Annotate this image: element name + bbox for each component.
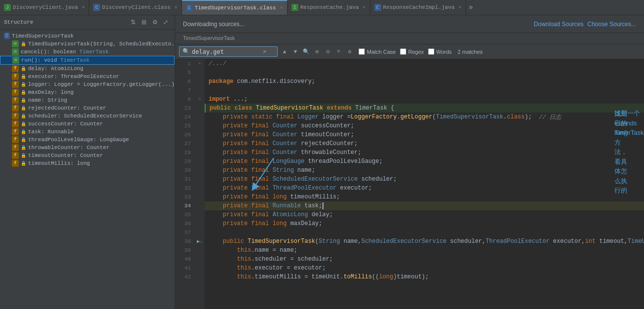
item-text: timeoutCounter: Counter bbox=[28, 153, 103, 158]
field-badge: f bbox=[12, 81, 19, 88]
tab-close[interactable]: × bbox=[459, 5, 462, 10]
code-token: TimedSupervisorTask bbox=[248, 238, 315, 245]
search-clear-button[interactable]: ✕ bbox=[263, 48, 266, 55]
search-options-button[interactable]: ⊟ bbox=[323, 47, 333, 57]
code-token bbox=[209, 185, 223, 192]
tab-overflow-button[interactable]: » bbox=[466, 0, 476, 15]
tab-close[interactable]: × bbox=[280, 5, 283, 11]
lock-icon: 🔒 bbox=[21, 161, 26, 166]
tree-item-threadpoollevelgauge[interactable]: f 🔒 threadPoolLevelGauge: LongGauge bbox=[0, 136, 175, 144]
tree-item-logger[interactable]: f 🔒 logger: Logger = LoggerFactory.getLo… bbox=[0, 80, 175, 88]
code-token bbox=[209, 211, 223, 218]
code-token: Runnable bbox=[273, 202, 301, 209]
tab-label: TimedSupervisorTask.class bbox=[195, 5, 276, 11]
code-token bbox=[209, 176, 223, 183]
code-token: timeoutCounter; bbox=[297, 131, 354, 138]
line-num: 7 bbox=[175, 86, 195, 95]
line-num: 1 bbox=[175, 59, 195, 68]
tree-item-constructor[interactable]: m 🔒 TimedSupervisorTask(String, Schedule… bbox=[0, 40, 175, 48]
download-banner: Downloading sources... Download Sources … bbox=[175, 15, 644, 33]
code-token bbox=[209, 202, 223, 209]
field-badge: f bbox=[12, 113, 19, 119]
code-token: Counter bbox=[273, 149, 297, 156]
tree-item-maxdelay[interactable]: f 🔒 maxDelay: long bbox=[0, 88, 175, 96]
tab-response-cache-java[interactable]: I ResponseCache.java × bbox=[287, 0, 370, 15]
code-token: import bbox=[209, 96, 230, 103]
tree-item-name[interactable]: f 🔒 name: String bbox=[0, 96, 175, 104]
tree-item-timeoutmillis[interactable]: f 🔒 timeoutMillis: long bbox=[0, 159, 175, 167]
regex-option[interactable]: Regex bbox=[400, 48, 424, 55]
download-sources-link[interactable]: Download Sources bbox=[534, 21, 584, 28]
tree-item-run[interactable]: m run(): void TimerTask bbox=[0, 56, 175, 65]
tree-item-throwablecounter[interactable]: f 🔒 throwableCounter: Counter bbox=[0, 144, 175, 152]
code-token bbox=[209, 114, 223, 120]
fold-button[interactable]: + bbox=[195, 95, 205, 104]
tree-item-executor[interactable]: f 🔒 executor: ThreadPoolExecutor bbox=[0, 73, 175, 80]
sort-visibility-button[interactable]: ⊞ bbox=[139, 17, 149, 27]
code-token bbox=[269, 122, 272, 129]
regex-checkbox[interactable] bbox=[400, 48, 406, 55]
match-count: 2 matches bbox=[458, 49, 483, 55]
breadcrumb[interactable]: TimedSupervisorTask bbox=[183, 35, 235, 41]
words-checkbox[interactable] bbox=[428, 48, 434, 55]
field-badge: f bbox=[12, 105, 19, 112]
method-badge: m bbox=[12, 57, 19, 64]
lock-icon: 🔒 bbox=[21, 129, 26, 135]
lock-icon: 🔒 bbox=[21, 121, 26, 127]
code-token: name; bbox=[294, 167, 315, 174]
root-class-badge: C bbox=[4, 33, 10, 39]
tab-discovery-client-class[interactable]: C DiscoveryClient.class × bbox=[89, 0, 182, 15]
code-token: timeoutMillis; bbox=[286, 193, 340, 200]
tab-close[interactable]: × bbox=[363, 5, 366, 10]
code-token: ThreadPoolExecutor bbox=[273, 185, 337, 192]
code-token bbox=[248, 202, 251, 209]
structure-title: Structure bbox=[4, 19, 33, 25]
code-token: logger = bbox=[319, 114, 351, 120]
code-token bbox=[248, 114, 251, 120]
line-num: 5 bbox=[175, 68, 195, 77]
code-editor[interactable]: 1 5 6 7 8 23 24 25 26 27 28 29 30 31 32 … bbox=[175, 59, 644, 309]
search-extra-button[interactable]: ≡ bbox=[334, 47, 344, 57]
tree-item-task[interactable]: f 🔒 task: Runnable bbox=[0, 128, 175, 136]
tab-close[interactable]: × bbox=[175, 5, 178, 10]
tab-close[interactable]: × bbox=[82, 5, 85, 10]
tree-item-scheduler[interactable]: f 🔒 scheduler: ScheduledExecutorService bbox=[0, 112, 175, 120]
code-line: this .name = name; bbox=[205, 246, 644, 255]
settings-button[interactable]: ⚙ bbox=[150, 17, 160, 27]
line-num: 29 bbox=[175, 157, 195, 166]
tree-item-timeoutcounter[interactable]: f 🔒 timeoutCounter: Counter bbox=[0, 152, 175, 159]
item-text: executor: ThreadPoolExecutor bbox=[28, 74, 119, 79]
tree-item-rejectedcounter[interactable]: f 🔒 rejectedCounter: Counter bbox=[0, 104, 175, 112]
code-line: package com.netflix.discovery; bbox=[205, 77, 644, 86]
match-case-checkbox[interactable] bbox=[358, 48, 365, 55]
match-case-option[interactable]: Match Case bbox=[358, 48, 396, 55]
code-line bbox=[205, 68, 644, 77]
words-option[interactable]: Words bbox=[428, 48, 452, 55]
tree-item-cancel[interactable]: m cancel(): boolean TimerTask bbox=[0, 48, 175, 56]
search-filter-button[interactable]: ⊞ bbox=[312, 47, 322, 57]
tab-timed-supervisor-class[interactable]: C TimedSupervisorTask.class × bbox=[182, 0, 287, 15]
tab-discovery-client-java[interactable]: J DiscoveryClient.java × bbox=[0, 0, 89, 15]
code-token: rejectedCounter; bbox=[297, 140, 358, 147]
line-numbers: 1 5 6 7 8 23 24 25 26 27 28 29 30 31 32 … bbox=[175, 59, 195, 309]
sort-alpha-button[interactable]: ⇅ bbox=[128, 17, 138, 27]
code-token: Logger bbox=[297, 114, 319, 120]
search-find-button[interactable]: 🔍 bbox=[301, 47, 311, 57]
tab-response-cache-impl-java[interactable]: C ResponseCacheImpl.java × bbox=[370, 0, 466, 15]
code-token: final bbox=[251, 122, 269, 129]
fold-button[interactable]: + bbox=[195, 59, 205, 68]
search-settings-button[interactable]: ⚙ bbox=[345, 47, 355, 57]
search-prev-button[interactable]: ▲ bbox=[280, 47, 289, 57]
expand-button[interactable]: ⤢ bbox=[161, 17, 171, 27]
code-token bbox=[269, 158, 272, 165]
tree-item-successcounter[interactable]: f 🔒 successCounter: Counter bbox=[0, 120, 175, 128]
search-next-button[interactable]: ▼ bbox=[290, 47, 300, 57]
lock-icon: 🔒 bbox=[21, 145, 26, 151]
choose-sources-link[interactable]: Choose Sources... bbox=[587, 21, 636, 28]
field-badge: f bbox=[12, 120, 19, 127]
field-badge: f bbox=[12, 152, 19, 159]
code-token: .timeoutMillis = timeUnit. bbox=[251, 273, 343, 280]
search-input[interactable] bbox=[192, 48, 261, 55]
tree-item-delay[interactable]: f 🔒 delay: AtomicLong bbox=[0, 65, 175, 73]
field-badge: f bbox=[12, 144, 19, 151]
